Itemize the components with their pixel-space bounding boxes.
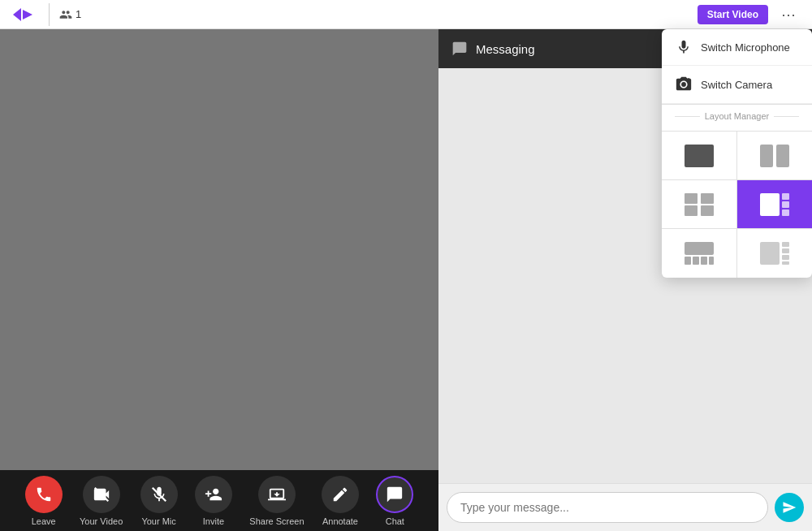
mic-label: Your Mic [141, 516, 175, 526]
switch-camera-item[interactable]: Switch Camera [662, 66, 812, 104]
annotate-label: Annotate [322, 516, 358, 526]
layout-grid-view[interactable] [662, 180, 737, 229]
layout-side-by-side[interactable] [737, 132, 813, 180]
mic-button[interactable]: Your Mic [140, 476, 178, 526]
svg-rect-21 [782, 248, 789, 253]
svg-rect-20 [782, 242, 789, 247]
svg-rect-9 [701, 205, 714, 216]
invite-label: Invite [203, 516, 224, 526]
switch-camera-label: Switch Camera [701, 79, 772, 91]
top-divider [49, 3, 50, 26]
layout-grid [662, 131, 812, 278]
switch-mic-label: Switch Microphone [701, 41, 790, 54]
annotate-button[interactable]: Annotate [322, 476, 359, 526]
chat-icon [451, 41, 468, 57]
svg-rect-4 [760, 145, 773, 167]
svg-rect-6 [685, 193, 698, 204]
share-screen-icon [258, 476, 296, 513]
share-screen-button[interactable]: Share Screen [249, 476, 304, 526]
layout-sidebar-small[interactable] [737, 229, 813, 278]
participants-count: 1 [59, 8, 81, 21]
more-options-button[interactable]: ⋯ [775, 4, 802, 25]
video-icon [83, 476, 120, 513]
send-icon [782, 500, 797, 515]
mic-icon [140, 476, 178, 513]
svg-rect-15 [685, 257, 691, 265]
svg-rect-14 [685, 242, 714, 255]
video-label: Your Video [80, 516, 123, 526]
leave-icon [25, 476, 63, 513]
start-video-button[interactable]: Start Video [698, 5, 768, 24]
layout-manager-label: Layout Manager [662, 111, 812, 127]
svg-rect-16 [693, 257, 699, 265]
leave-label: Leave [32, 516, 56, 526]
svg-rect-17 [701, 257, 707, 265]
chat-header-label: Messaging [476, 42, 535, 56]
main-video-area [0, 29, 438, 470]
switch-microphone-item[interactable]: Switch Microphone [662, 29, 812, 66]
svg-rect-23 [782, 261, 789, 265]
layout-spotlight[interactable] [737, 180, 813, 229]
app-logo [10, 3, 39, 26]
svg-rect-18 [709, 257, 714, 265]
layout-section: Layout Manager [662, 104, 812, 131]
camera-icon [675, 76, 693, 93]
microphone-icon [675, 39, 693, 55]
chat-label: Chat [386, 516, 404, 526]
svg-rect-10 [760, 193, 780, 216]
annotate-icon [322, 476, 359, 513]
top-bar: 1 Start Video ⋯ [0, 0, 812, 29]
chat-button[interactable]: Chat [376, 476, 413, 526]
svg-rect-3 [685, 145, 714, 167]
invite-icon [195, 476, 232, 513]
layout-single[interactable] [662, 132, 737, 180]
svg-rect-7 [701, 193, 714, 204]
svg-rect-13 [782, 209, 789, 216]
svg-rect-22 [782, 255, 789, 260]
svg-rect-8 [685, 205, 698, 216]
chat-input-area [438, 483, 812, 531]
invite-button[interactable]: Invite [195, 476, 232, 526]
svg-rect-11 [782, 193, 789, 200]
dropdown-menu: Switch Microphone Switch Camera Layout M… [662, 29, 812, 278]
chat-input[interactable] [447, 492, 768, 523]
bottom-toolbar: Leave Your Video Your Mic Invite [0, 470, 438, 531]
share-screen-label: Share Screen [249, 516, 304, 526]
svg-rect-12 [782, 201, 789, 208]
leave-button[interactable]: Leave [25, 476, 63, 526]
svg-rect-5 [776, 145, 789, 167]
video-button[interactable]: Your Video [80, 476, 123, 526]
svg-rect-19 [760, 242, 780, 265]
top-right-controls: Start Video ⋯ [698, 4, 802, 25]
layout-strip[interactable] [662, 229, 737, 278]
chat-toolbar-icon [376, 476, 413, 513]
svg-point-2 [681, 82, 686, 87]
send-button[interactable] [775, 493, 804, 522]
